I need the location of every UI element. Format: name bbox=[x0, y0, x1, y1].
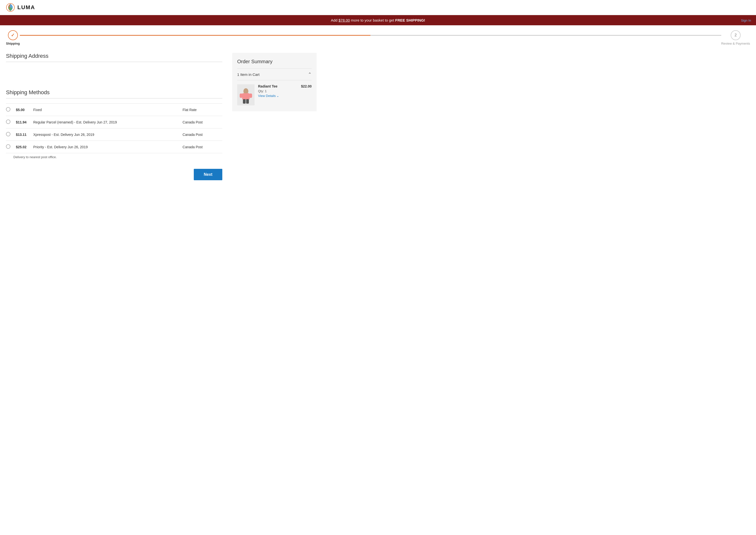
carrier-2: Canada Post bbox=[180, 128, 222, 141]
shipping-address-heading: Shipping Address bbox=[6, 48, 222, 62]
shipping-methods-heading: Shipping Methods bbox=[6, 82, 222, 98]
sign-in-link[interactable]: Sign In bbox=[741, 18, 751, 22]
logo-text: LUMA bbox=[17, 4, 35, 11]
cart-toggle[interactable]: 1 Item in Cart ⌃ bbox=[237, 69, 312, 80]
next-button[interactable]: Next bbox=[194, 169, 222, 180]
logo-wrap: LUMA bbox=[6, 3, 35, 12]
price-2: $13.11 bbox=[14, 128, 31, 141]
delivery-note: Delivery to nearest post office. bbox=[6, 153, 222, 164]
cart-item-name: Radiant Tee bbox=[258, 84, 297, 88]
step-2-number: 2 bbox=[735, 33, 737, 38]
banner-text-after: more to your basket to get bbox=[350, 18, 395, 22]
cart-item-qty: Qty: 1 bbox=[258, 89, 297, 93]
shipping-option-1: $11.94 Regular Parcel (renamed) - Est. D… bbox=[6, 116, 222, 128]
step-2-label: Review & Payments bbox=[721, 42, 750, 45]
step-line bbox=[20, 35, 721, 36]
cart-item-view-details[interactable]: View Details ⌄ bbox=[258, 94, 297, 98]
carrier-0: Flat Rate bbox=[180, 104, 222, 116]
cart-item-info: Radiant Tee Qty: 1 View Details ⌄ bbox=[258, 84, 297, 98]
cart-item-image bbox=[237, 84, 255, 105]
name-3: Priority - Est. Delivery Jun 26, 2019 bbox=[31, 141, 180, 153]
carrier-3: Canada Post bbox=[180, 141, 222, 153]
luma-logo-icon bbox=[6, 3, 15, 12]
order-summary: Order Summary 1 Item in Cart ⌃ bbox=[232, 53, 317, 111]
shipping-address-divider bbox=[6, 62, 222, 62]
left-column: Shipping Address Shipping Methods $5.00 … bbox=[6, 48, 232, 185]
right-column: Order Summary 1 Item in Cart ⌃ bbox=[232, 48, 317, 185]
svg-rect-7 bbox=[246, 99, 249, 104]
shipping-methods-table: $5.00 Fixed Flat Rate $11.94 Regular Par… bbox=[6, 103, 222, 153]
price-1: $11.94 bbox=[14, 116, 31, 128]
svg-rect-6 bbox=[243, 99, 246, 104]
order-summary-title: Order Summary bbox=[237, 59, 312, 65]
progress-steps: ✓ Shipping 2 Review & Payments bbox=[0, 25, 756, 48]
chevron-down-icon: ⌄ bbox=[276, 94, 279, 98]
svg-rect-5 bbox=[249, 94, 252, 98]
svg-rect-4 bbox=[240, 94, 242, 98]
carrier-1: Canada Post bbox=[180, 116, 222, 128]
banner-amount-link[interactable]: $78.00 bbox=[338, 18, 350, 22]
cart-count: 1 Item in Cart bbox=[237, 72, 259, 77]
price-0: $5.00 bbox=[14, 104, 31, 116]
shipping-address-form bbox=[6, 67, 222, 82]
banner-free-shipping: FREE SHIPPING! bbox=[395, 18, 425, 22]
step-1-checkmark: ✓ bbox=[11, 33, 15, 38]
step-2-wrap: 2 Review & Payments bbox=[721, 30, 750, 45]
svg-rect-3 bbox=[242, 93, 250, 100]
radio-1[interactable] bbox=[6, 120, 11, 124]
product-image bbox=[237, 84, 255, 105]
next-button-wrap: Next bbox=[6, 164, 222, 185]
step-1-label: Shipping bbox=[6, 42, 20, 45]
cart-item: Radiant Tee Qty: 1 View Details ⌄ $22.00 bbox=[237, 84, 312, 105]
step-1-circle[interactable]: ✓ bbox=[8, 30, 18, 40]
radio-0[interactable] bbox=[6, 107, 11, 112]
radio-2[interactable] bbox=[6, 132, 11, 136]
banner-text-before: Add bbox=[331, 18, 338, 22]
promo-banner: Add $78.00 more to your basket to get FR… bbox=[0, 15, 756, 25]
step-2-circle[interactable]: 2 bbox=[731, 30, 741, 40]
cart-item-price: $22.00 bbox=[301, 84, 312, 88]
price-3: $25.02 bbox=[14, 141, 31, 153]
step-1-wrap: ✓ Shipping bbox=[6, 30, 20, 45]
name-2: Xpresspost - Est. Delivery Jun 26, 2019 bbox=[31, 128, 180, 141]
chevron-up-icon: ⌃ bbox=[308, 71, 312, 77]
header: LUMA bbox=[0, 0, 756, 15]
shipping-option-2: $13.11 Xpresspost - Est. Delivery Jun 26… bbox=[6, 128, 222, 141]
name-1: Regular Parcel (renamed) - Est. Delivery… bbox=[31, 116, 180, 128]
shipping-methods-divider bbox=[6, 98, 222, 99]
radio-3[interactable] bbox=[6, 144, 11, 149]
shipping-option-3: $25.02 Priority - Est. Delivery Jun 26, … bbox=[6, 141, 222, 153]
view-details-label: View Details bbox=[258, 94, 276, 98]
shipping-option-0: $5.00 Fixed Flat Rate bbox=[6, 104, 222, 116]
name-0: Fixed bbox=[31, 104, 180, 116]
